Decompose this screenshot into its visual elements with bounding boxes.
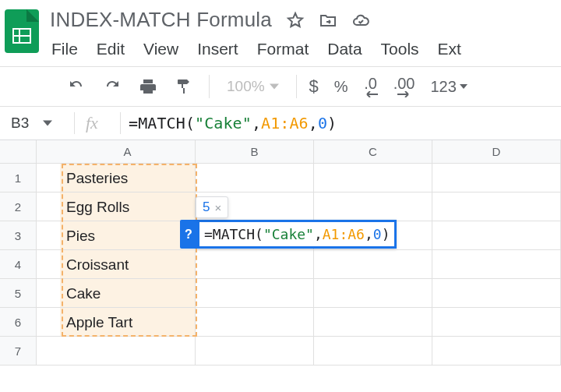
menu-edit[interactable]: Edit <box>97 40 125 58</box>
cell-D1[interactable] <box>432 164 561 192</box>
chevron-down-icon <box>270 82 279 91</box>
move-folder-icon[interactable] <box>319 11 337 30</box>
formula-ref: A1:A6 <box>323 226 365 242</box>
cell-D7[interactable] <box>432 337 561 366</box>
spreadsheet-grid[interactable]: A B C D 1 Pasteries 2 Egg Rolls 3 Pies 4… <box>0 140 561 366</box>
chevron-down-icon <box>43 118 52 128</box>
print-button[interactable] <box>132 71 164 102</box>
formula-comma: , <box>314 226 323 242</box>
select-all-corner[interactable] <box>0 140 37 163</box>
formula-help-button[interactable]: ? <box>180 220 197 249</box>
cell-B4[interactable] <box>196 250 314 279</box>
menu-insert[interactable]: Insert <box>197 40 238 58</box>
cell-D6[interactable] <box>432 308 561 337</box>
cell-A5[interactable]: Cake <box>60 279 196 308</box>
sheets-logo <box>0 5 44 61</box>
formula-close: ) <box>327 114 337 132</box>
cell-B7[interactable] <box>196 337 314 366</box>
column-header-B[interactable]: B <box>196 140 314 163</box>
menu-bar: File Edit View Insert Format Data Tools … <box>50 32 561 66</box>
format-percent-button[interactable]: % <box>334 78 348 96</box>
cell-D5[interactable] <box>432 279 561 308</box>
formula-comma: , <box>365 226 373 242</box>
row-header-2[interactable]: 2 <box>0 192 37 221</box>
formula-open: ( <box>255 226 263 242</box>
formula-prefix: = <box>129 114 138 132</box>
close-icon[interactable]: × <box>214 201 221 214</box>
cell-C7[interactable] <box>314 337 432 366</box>
cell-editor[interactable]: ? =MATCH("Cake",A1:A6,0) <box>180 220 397 249</box>
column-header-D[interactable]: D <box>432 140 561 163</box>
formula-open: ( <box>185 114 195 132</box>
menu-data[interactable]: Data <box>327 40 362 58</box>
column-header-C[interactable]: C <box>314 140 432 163</box>
cell-A7[interactable] <box>60 337 196 366</box>
formula-close: ) <box>382 226 390 242</box>
cell-A2[interactable]: Egg Rolls <box>60 192 196 221</box>
row-header-3[interactable]: 3 <box>0 221 37 250</box>
row-header-7[interactable]: 7 <box>0 337 37 366</box>
decrease-decimal-button[interactable]: .0 <box>364 76 378 97</box>
fx-label: fx <box>86 113 120 133</box>
cell-A4[interactable]: Croissant <box>60 250 196 279</box>
formula-str: "Cake" <box>263 226 314 242</box>
zoom-value: 100% <box>227 78 265 95</box>
row-header-6[interactable]: 6 <box>0 308 37 337</box>
cell-C2[interactable] <box>314 192 432 221</box>
formula-result-value: 5 <box>203 200 210 215</box>
name-box[interactable]: B3 <box>0 115 74 132</box>
cell-D4[interactable] <box>432 250 561 279</box>
increase-decimal-label: .00 <box>393 76 415 91</box>
number-format-dropdown[interactable]: 123 <box>430 78 467 96</box>
formula-num: 0 <box>373 226 382 242</box>
row-header-4[interactable]: 4 <box>0 250 37 279</box>
cell-A3[interactable]: Pies <box>60 221 196 250</box>
format-currency-button[interactable]: $ <box>309 76 319 97</box>
formula-comma: , <box>309 114 318 132</box>
cell-C6[interactable] <box>314 308 432 337</box>
redo-button[interactable] <box>97 71 128 102</box>
cell-B6[interactable] <box>196 308 314 337</box>
document-title[interactable]: INDEX-MATCH Formula <box>50 8 272 32</box>
cell-A1[interactable]: Pasteries <box>60 164 196 192</box>
name-box-value: B3 <box>11 115 29 132</box>
decrease-decimal-label: .0 <box>364 76 377 91</box>
cell-B1[interactable] <box>196 164 314 192</box>
row-header-1[interactable]: 1 <box>0 164 37 192</box>
star-icon[interactable] <box>286 11 305 30</box>
cloud-saved-icon[interactable] <box>351 11 370 30</box>
formula-prefix: = <box>204 226 213 242</box>
formula-result-tooltip: 5 × <box>196 196 228 218</box>
toolbar: 100% $ % .0 .00 123 <box>0 67 561 106</box>
undo-button[interactable] <box>61 71 92 102</box>
cell-B5[interactable] <box>196 279 314 308</box>
formula-fn: MATCH <box>213 226 255 242</box>
increase-decimal-button[interactable]: .00 <box>393 76 415 97</box>
paint-format-button[interactable] <box>168 71 199 102</box>
number-format-label: 123 <box>430 78 456 96</box>
menu-extensions[interactable]: Ext <box>438 40 461 58</box>
formula-ref: A1:A6 <box>261 114 309 132</box>
formula-bar[interactable]: =MATCH("Cake",A1:A6,0) <box>129 114 337 132</box>
formula-str: "Cake" <box>195 114 252 132</box>
menu-format[interactable]: Format <box>257 40 309 58</box>
chevron-down-icon <box>460 83 468 90</box>
menu-view[interactable]: View <box>143 40 178 58</box>
menu-file[interactable]: File <box>51 40 78 58</box>
cell-D3[interactable] <box>432 221 561 250</box>
cell-C1[interactable] <box>314 164 432 192</box>
row-header-5[interactable]: 5 <box>0 279 37 308</box>
column-header-A[interactable]: A <box>60 140 196 163</box>
cell-C4[interactable] <box>314 250 432 279</box>
cell-C5[interactable] <box>314 279 432 308</box>
formula-fn: MATCH <box>138 114 185 132</box>
cell-D2[interactable] <box>432 192 561 221</box>
formula-comma: , <box>252 114 261 132</box>
cell-A6[interactable]: Apple Tart <box>60 308 196 337</box>
zoom-dropdown[interactable]: 100% <box>219 78 287 95</box>
formula-num: 0 <box>318 114 327 132</box>
menu-tools[interactable]: Tools <box>381 40 419 58</box>
